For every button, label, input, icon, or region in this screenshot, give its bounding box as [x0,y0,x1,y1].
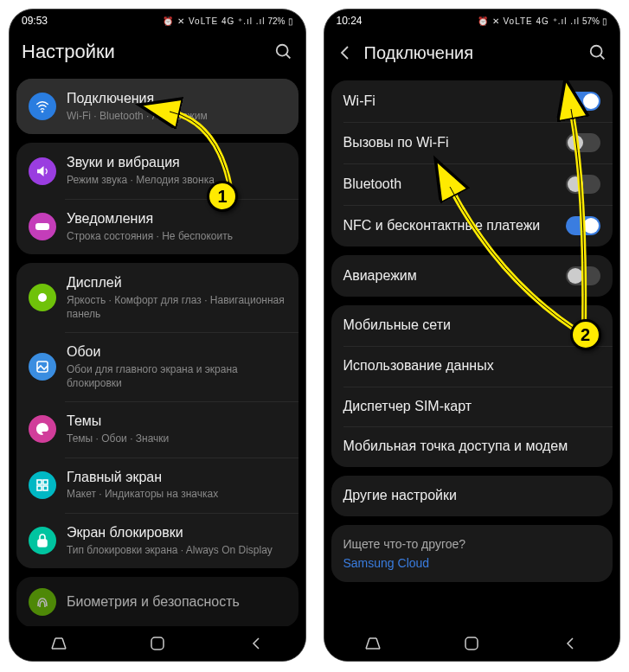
status-time: 10:24 [337,15,363,27]
row-subtitle: Обои для главного экрана и экрана блокир… [67,363,286,390]
settings-row[interactable]: УведомленияСтрока состояния · Не беспоко… [16,199,298,254]
row-title: Дисплей [67,274,286,292]
battery-icon: ▯ [602,16,607,26]
settings-group: Биометрия и безопасность [16,577,298,627]
header: Настройки [10,32,305,79]
phone-left: 09:53 ⏰ ✕ VoLTE 4G ⁺.ıl .ıl 72% ▯ Настро… [9,9,306,662]
row-title: NFC и бесконтактные платежи [343,217,567,235]
page-title: Настройки [22,41,274,63]
toggle-switch[interactable] [566,133,600,152]
sound-icon [29,157,56,185]
nav-recent[interactable] [347,637,399,650]
svg-rect-15 [151,637,164,650]
svg-rect-9 [43,486,48,490]
settings-row[interactable]: Экран блокировкиТип блокировки экрана · … [16,513,298,568]
row-title: Биометрия и безопасность [67,593,286,611]
row-subtitle: Темы · Обои · Значки [67,432,286,446]
row-title: Главный экран [67,469,286,487]
settings-row[interactable]: ПодключенияWi-Fi · Bluetooth · Авиарежим [16,79,298,134]
connections-group: Wi-FiВызовы по Wi-FiBluetoothNFC и беско… [331,80,613,246]
row-title: Авиарежим [343,267,567,285]
battery-pct: 72% [267,16,285,26]
status-right: ⏰ ✕ VoLTE 4G ⁺.ıl .ıl 57% ▯ [478,16,607,26]
settings-group: ДисплейЯркость · Комфорт для глаз · Нави… [16,263,298,568]
display-icon [29,284,56,311]
connections-row[interactable]: Другие настройки [331,476,613,516]
svg-line-1 [286,54,290,59]
notif-icon [29,213,56,240]
back-button[interactable] [333,41,357,65]
nav-home[interactable] [132,636,183,651]
nav-home[interactable] [446,636,497,651]
battery-icon: ▯ [288,16,293,26]
row-subtitle: Яркость · Комфорт для глаз · Навигационн… [67,294,286,321]
connections-row[interactable]: Авиарежим [331,255,613,297]
connections-row[interactable]: Мобильная точка доступа и модем [331,426,613,467]
nav-recent[interactable] [33,637,85,650]
status-icons: ⏰ ✕ VoLTE 4G ⁺.ıl .ıl [163,16,265,26]
search-icon[interactable] [588,43,607,62]
svg-line-17 [600,55,605,60]
navbar [324,626,620,661]
svg-line-18 [366,638,369,649]
connections-row[interactable]: Вызовы по Wi-Fi [331,122,613,163]
svg-line-20 [376,638,380,649]
connections-row[interactable]: Диспетчер SIM-карт [331,387,613,427]
svg-point-4 [38,293,47,302]
svg-rect-22 [465,637,478,650]
connections-row[interactable]: Использование данных [331,346,613,387]
settings-row[interactable]: Главный экранМакет · Индикаторы на значк… [16,458,298,513]
biometry-icon [29,588,56,616]
connections-group: Мобильные сетиИспользование данныхДиспет… [331,305,613,467]
connections-row[interactable]: Wi-Fi [331,80,613,122]
settings-row[interactable]: ОбоиОбои для главного экрана и экрана бл… [16,332,298,401]
settings-row[interactable]: Биометрия и безопасность [16,577,298,627]
looking-for-link[interactable]: Samsung Cloud [343,556,601,570]
settings-row[interactable]: ТемыТемы · Обои · Значки [16,401,298,457]
settings-row[interactable]: Звуки и вибрацияРежим звука · Мелодия зв… [16,143,298,198]
wallpaper-icon [29,353,56,381]
statusbar: 09:53 ⏰ ✕ VoLTE 4G ⁺.ıl .ıl 72% ▯ [10,10,305,32]
looking-for-block: Ищете что-то другое?Samsung Cloud [331,525,613,582]
svg-rect-8 [37,486,42,490]
row-subtitle: Wi-Fi · Bluetooth · Авиарежим [67,110,286,124]
svg-line-11 [52,638,55,649]
navbar [10,626,305,661]
settings-group: ПодключенияWi-Fi · Bluetooth · Авиарежим [16,79,298,134]
row-title: Другие настройки [343,487,601,505]
phone-right: 10:24 ⏰ ✕ VoLTE 4G ⁺.ıl .ıl 57% ▯ Подклю… [324,9,621,662]
row-title: Wi-Fi [343,93,567,111]
row-title: Вызовы по Wi-Fi [343,134,567,152]
connections-row[interactable]: NFC и бесконтактные платежи [331,205,613,246]
row-subtitle: Режим звука · Мелодия звонка [67,174,286,188]
row-title: Использование данных [343,357,601,375]
wifi-icon [29,93,56,120]
search-icon[interactable] [274,42,293,61]
nav-back[interactable] [544,637,596,650]
connections-row[interactable]: Bluetooth [331,163,613,205]
lock-icon [29,527,56,554]
connections-row[interactable]: Мобильные сети [331,305,613,346]
header: Подключения [324,32,620,80]
svg-rect-10 [38,540,47,547]
svg-point-0 [276,45,287,56]
toggle-switch[interactable] [566,216,600,235]
themes-icon [29,415,56,443]
page-title: Подключения [364,43,589,63]
svg-rect-7 [43,480,48,484]
settings-row[interactable]: ДисплейЯркость · Комфорт для глаз · Нави… [16,263,298,332]
settings-group: Звуки и вибрацияРежим звука · Мелодия зв… [16,143,298,254]
row-title: Подключения [67,90,286,108]
status-time: 09:53 [22,15,48,27]
row-title: Диспетчер SIM-карт [343,398,601,416]
settings-list[interactable]: ПодключенияWi-Fi · Bluetooth · Авиарежим… [10,79,305,628]
connections-group: Авиарежим [331,255,613,297]
connections-list[interactable]: Wi-FiВызовы по Wi-FiBluetoothNFC и беско… [324,80,620,630]
toggle-switch[interactable] [566,92,600,111]
toggle-switch[interactable] [566,175,600,194]
home-icon [29,471,56,499]
row-title: Экран блокировки [67,524,286,542]
nav-back[interactable] [230,637,282,650]
toggle-switch[interactable] [566,266,600,285]
row-title: Обои [67,343,286,362]
